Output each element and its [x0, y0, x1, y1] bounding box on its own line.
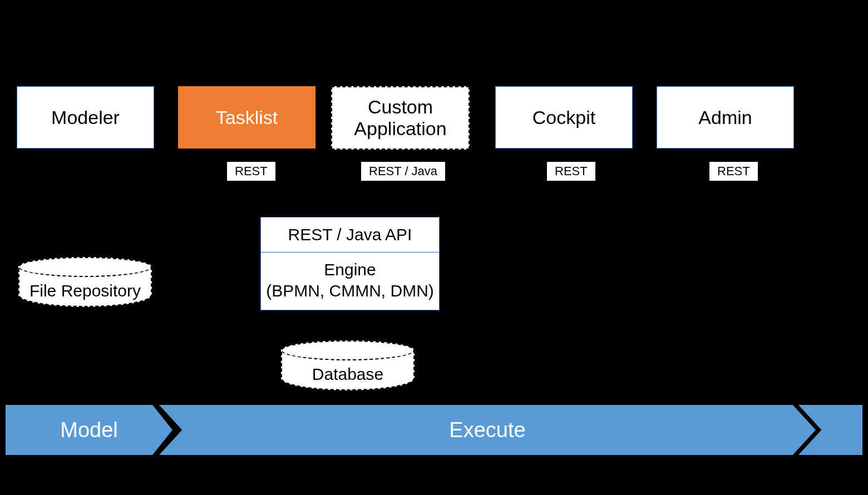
phase-execute: Execute — [159, 405, 816, 455]
box-tasklist-label: Tasklist — [216, 107, 278, 128]
tag-tasklist-rest: REST — [226, 161, 276, 181]
cylinder-database-label: Database — [312, 365, 383, 384]
cylinder-file-repo-top — [18, 257, 152, 277]
phase-model-label: Model — [60, 418, 118, 442]
box-custom-application: Custom Application — [331, 86, 470, 150]
tag-admin-rest: REST — [709, 161, 758, 181]
tag-cockpit-rest: REST — [546, 161, 596, 181]
tag-custom-app-rest: REST / Java — [361, 161, 446, 181]
cylinder-database-top — [281, 340, 415, 360]
engine-box: REST / Java API Engine (BPMN, CMMN, DMN) — [260, 217, 440, 310]
box-modeler: Modeler — [17, 86, 154, 148]
cylinder-file-repo-label: File Repository — [29, 281, 141, 300]
box-admin: Admin — [657, 86, 794, 148]
box-modeler-label: Modeler — [51, 107, 120, 128]
phase-model: Model — [6, 405, 172, 455]
box-custom-application-label: Custom Application — [354, 96, 446, 140]
box-cockpit: Cockpit — [495, 86, 633, 148]
box-tasklist: Tasklist — [178, 86, 315, 148]
cylinder-file-repository: File Repository — [18, 266, 152, 307]
cylinder-database: Database — [281, 349, 415, 390]
phase-execute-label: Execute — [449, 418, 525, 442]
engine-api-label: REST / Java API — [261, 217, 439, 253]
engine-subtitle: (BPMN, CMMN, DMN) — [266, 281, 434, 300]
engine-body: Engine (BPMN, CMMN, DMN) — [261, 253, 439, 310]
box-admin-label: Admin — [698, 107, 752, 128]
engine-title: Engine — [324, 260, 376, 279]
box-cockpit-label: Cockpit — [532, 107, 595, 128]
